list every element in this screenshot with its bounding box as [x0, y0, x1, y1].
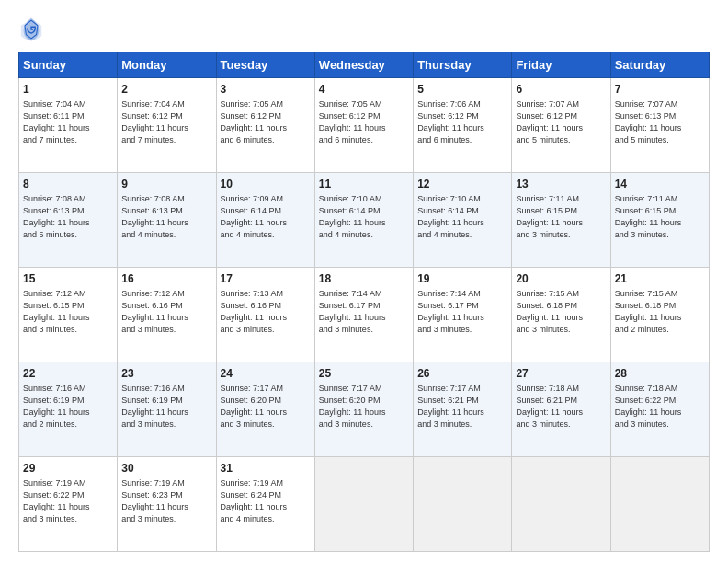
calendar-cell: 24Sunrise: 7:17 AMSunset: 6:20 PMDayligh… [216, 362, 314, 457]
day-info: Sunrise: 7:18 AMSunset: 6:22 PMDaylight:… [615, 383, 705, 431]
day-info: Sunrise: 7:12 AMSunset: 6:16 PMDaylight:… [121, 288, 211, 336]
day-number: 15 [23, 271, 113, 287]
day-number: 1 [23, 82, 113, 98]
day-number: 3 [221, 82, 311, 98]
day-number: 9 [121, 177, 211, 192]
day-number: 29 [23, 461, 113, 477]
day-info: Sunrise: 7:05 AMSunset: 6:12 PMDaylight:… [319, 98, 409, 146]
day-info: Sunrise: 7:07 AMSunset: 6:12 PMDaylight:… [516, 98, 606, 146]
calendar-cell [512, 457, 610, 552]
day-info: Sunrise: 7:11 AMSunset: 6:15 PMDaylight:… [615, 193, 705, 241]
calendar-cell: 25Sunrise: 7:17 AMSunset: 6:20 PMDayligh… [314, 362, 413, 457]
calendar-cell: 19Sunrise: 7:14 AMSunset: 6:17 PMDayligh… [414, 268, 512, 362]
day-number: 16 [121, 271, 211, 287]
day-info: Sunrise: 7:12 AMSunset: 6:15 PMDaylight:… [23, 288, 113, 336]
day-number: 10 [221, 177, 311, 192]
day-info: Sunrise: 7:07 AMSunset: 6:13 PMDaylight:… [615, 98, 705, 146]
calendar-cell: 31Sunrise: 7:19 AMSunset: 6:24 PMDayligh… [216, 457, 314, 552]
logo [18, 17, 48, 42]
calendar-cell: 4Sunrise: 7:05 AMSunset: 6:12 PMDaylight… [314, 78, 413, 173]
calendar-cell: 28Sunrise: 7:18 AMSunset: 6:22 PMDayligh… [610, 362, 709, 457]
day-info: Sunrise: 7:06 AMSunset: 6:12 PMDaylight:… [417, 98, 507, 146]
calendar-cell: 7Sunrise: 7:07 AMSunset: 6:13 PMDaylight… [610, 78, 709, 173]
column-header-saturday: Saturday [610, 52, 709, 78]
calendar-cell [610, 457, 709, 552]
day-info: Sunrise: 7:13 AMSunset: 6:16 PMDaylight:… [221, 288, 311, 336]
day-number: 31 [221, 461, 311, 477]
day-number: 6 [516, 82, 606, 98]
calendar-cell: 26Sunrise: 7:17 AMSunset: 6:21 PMDayligh… [414, 362, 512, 457]
day-number: 27 [516, 366, 606, 382]
calendar-cell: 15Sunrise: 7:12 AMSunset: 6:15 PMDayligh… [19, 268, 118, 362]
day-number: 7 [615, 82, 705, 98]
calendar-cell: 9Sunrise: 7:08 AMSunset: 6:13 PMDaylight… [118, 173, 216, 268]
calendar-cell: 8Sunrise: 7:08 AMSunset: 6:13 PMDaylight… [19, 173, 118, 268]
day-number: 21 [615, 271, 705, 287]
column-header-thursday: Thursday [414, 52, 512, 78]
day-number: 11 [319, 177, 409, 192]
day-number: 25 [319, 366, 409, 382]
column-header-sunday: Sunday [19, 52, 118, 78]
day-info: Sunrise: 7:16 AMSunset: 6:19 PMDaylight:… [121, 383, 211, 431]
calendar-cell: 3Sunrise: 7:05 AMSunset: 6:12 PMDaylight… [216, 78, 314, 173]
day-info: Sunrise: 7:15 AMSunset: 6:18 PMDaylight:… [516, 288, 606, 336]
day-number: 8 [23, 177, 113, 192]
day-info: Sunrise: 7:15 AMSunset: 6:18 PMDaylight:… [615, 288, 705, 336]
day-info: Sunrise: 7:09 AMSunset: 6:14 PMDaylight:… [221, 193, 311, 241]
day-info: Sunrise: 7:14 AMSunset: 6:17 PMDaylight:… [417, 288, 507, 336]
calendar-cell: 29Sunrise: 7:19 AMSunset: 6:22 PMDayligh… [19, 457, 118, 552]
calendar-cell: 5Sunrise: 7:06 AMSunset: 6:12 PMDaylight… [414, 78, 512, 173]
calendar-table: SundayMondayTuesdayWednesdayThursdayFrid… [18, 52, 710, 552]
day-info: Sunrise: 7:11 AMSunset: 6:15 PMDaylight:… [516, 193, 606, 241]
calendar-cell: 6Sunrise: 7:07 AMSunset: 6:12 PMDaylight… [512, 78, 610, 173]
calendar-cell [314, 457, 413, 552]
calendar-cell: 27Sunrise: 7:18 AMSunset: 6:21 PMDayligh… [512, 362, 610, 457]
day-number: 20 [516, 271, 606, 287]
day-number: 26 [417, 366, 507, 382]
calendar-cell: 18Sunrise: 7:14 AMSunset: 6:17 PMDayligh… [314, 268, 413, 362]
general-blue-icon [18, 17, 44, 42]
column-header-wednesday: Wednesday [314, 52, 413, 78]
day-info: Sunrise: 7:10 AMSunset: 6:14 PMDaylight:… [417, 193, 507, 241]
day-info: Sunrise: 7:08 AMSunset: 6:13 PMDaylight:… [23, 193, 113, 241]
page: SundayMondayTuesdayWednesdayThursdayFrid… [0, 0, 728, 563]
day-number: 4 [319, 82, 409, 98]
day-number: 12 [417, 177, 507, 192]
day-number: 22 [23, 366, 113, 382]
day-info: Sunrise: 7:16 AMSunset: 6:19 PMDaylight:… [23, 383, 113, 431]
day-info: Sunrise: 7:19 AMSunset: 6:23 PMDaylight:… [121, 477, 211, 525]
calendar-cell: 1Sunrise: 7:04 AMSunset: 6:11 PMDaylight… [19, 78, 118, 173]
day-info: Sunrise: 7:17 AMSunset: 6:21 PMDaylight:… [417, 383, 507, 431]
day-number: 14 [615, 177, 705, 192]
day-number: 5 [417, 82, 507, 98]
day-info: Sunrise: 7:17 AMSunset: 6:20 PMDaylight:… [221, 383, 311, 431]
calendar-cell [414, 457, 512, 552]
day-info: Sunrise: 7:05 AMSunset: 6:12 PMDaylight:… [221, 98, 311, 146]
calendar-cell: 16Sunrise: 7:12 AMSunset: 6:16 PMDayligh… [118, 268, 216, 362]
calendar-cell: 21Sunrise: 7:15 AMSunset: 6:18 PMDayligh… [610, 268, 709, 362]
day-info: Sunrise: 7:19 AMSunset: 6:24 PMDaylight:… [221, 477, 311, 525]
day-info: Sunrise: 7:17 AMSunset: 6:20 PMDaylight:… [319, 383, 409, 431]
calendar-cell: 12Sunrise: 7:10 AMSunset: 6:14 PMDayligh… [414, 173, 512, 268]
column-header-monday: Monday [118, 52, 216, 78]
calendar-cell: 11Sunrise: 7:10 AMSunset: 6:14 PMDayligh… [314, 173, 413, 268]
day-number: 19 [417, 271, 507, 287]
column-header-friday: Friday [512, 52, 610, 78]
day-number: 17 [221, 271, 311, 287]
day-number: 30 [121, 461, 211, 477]
day-number: 23 [121, 366, 211, 382]
day-number: 24 [221, 366, 311, 382]
day-number: 28 [615, 366, 705, 382]
calendar-cell: 20Sunrise: 7:15 AMSunset: 6:18 PMDayligh… [512, 268, 610, 362]
calendar-cell: 14Sunrise: 7:11 AMSunset: 6:15 PMDayligh… [610, 173, 709, 268]
column-header-tuesday: Tuesday [216, 52, 314, 78]
day-info: Sunrise: 7:18 AMSunset: 6:21 PMDaylight:… [516, 383, 606, 431]
calendar-cell: 10Sunrise: 7:09 AMSunset: 6:14 PMDayligh… [216, 173, 314, 268]
day-info: Sunrise: 7:08 AMSunset: 6:13 PMDaylight:… [121, 193, 211, 241]
calendar-cell: 2Sunrise: 7:04 AMSunset: 6:12 PMDaylight… [118, 78, 216, 173]
day-info: Sunrise: 7:04 AMSunset: 6:12 PMDaylight:… [121, 98, 211, 146]
header [18, 17, 710, 42]
day-number: 13 [516, 177, 606, 192]
day-number: 18 [319, 271, 409, 287]
calendar-cell: 17Sunrise: 7:13 AMSunset: 6:16 PMDayligh… [216, 268, 314, 362]
